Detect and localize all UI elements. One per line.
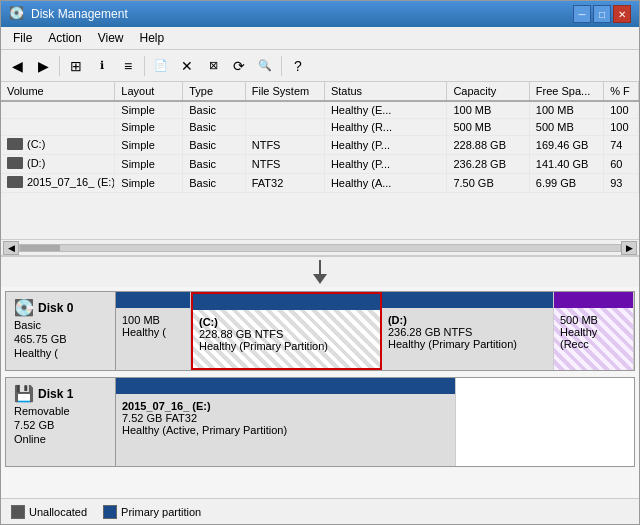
arrow-indicator (1, 257, 639, 287)
disk-0-partition-recovery[interactable]: 500 MB Healthy (Recc (554, 292, 634, 370)
scrollbar-track[interactable] (19, 244, 621, 252)
properties-button[interactable]: ℹ (90, 54, 114, 78)
cell-type: Basic (183, 119, 246, 136)
cell-freespace: 6.99 GB (529, 174, 603, 193)
cell-freespace: 500 MB (529, 119, 603, 136)
close-button[interactable]: ✕ (613, 5, 631, 23)
legend-unallocated-box (11, 505, 25, 519)
main-content: Volume Layout Type File System Status Ca… (1, 82, 639, 524)
table-row[interactable]: (D:) Simple Basic NTFS Healthy (P... 236… (1, 155, 639, 174)
menu-view[interactable]: View (90, 29, 132, 47)
cell-capacity: 500 MB (447, 119, 529, 136)
cell-layout: Simple (115, 174, 183, 193)
title-buttons: ─ □ ✕ (573, 5, 631, 23)
cell-volume: (C:) (1, 136, 115, 155)
disk-1-size: 7.52 GB (14, 419, 107, 431)
col-header-layout[interactable]: Layout (115, 82, 183, 101)
disk-0-pr-size: 500 MB (560, 314, 627, 326)
cell-freespace: 169.46 GB (529, 136, 603, 155)
help-button[interactable]: ? (286, 54, 310, 78)
disk-0-partitions: 100 MB Healthy ( (C:) 228.88 GB NTFS Hea… (116, 292, 634, 370)
col-header-type[interactable]: Type (183, 82, 246, 101)
new-volume-button[interactable]: 📄 (149, 54, 173, 78)
disk-0-p1-content: 100 MB Healthy ( (122, 314, 184, 338)
disk-0-p1-status: Healthy ( (122, 326, 184, 338)
legend-unallocated-label: Unallocated (29, 506, 87, 518)
disk-0-pc-content: (C:) 228.88 GB NTFS Healthy (Primary Par… (199, 316, 374, 352)
cell-pct: 100 (604, 101, 639, 119)
table-row[interactable]: 2015_07_16_ (E:) Simple Basic FAT32 Heal… (1, 174, 639, 193)
col-header-capacity[interactable]: Capacity (447, 82, 529, 101)
col-header-status[interactable]: Status (324, 82, 447, 101)
cell-freespace: 100 MB (529, 101, 603, 119)
legend-primary-label: Primary partition (121, 506, 201, 518)
cell-layout: Simple (115, 101, 183, 119)
cell-capacity: 7.50 GB (447, 174, 529, 193)
disk-0-p1-header (116, 292, 190, 308)
menu-help[interactable]: Help (132, 29, 173, 47)
cell-pct: 100 (604, 119, 639, 136)
disk-0-pc-size: 228.88 GB NTFS (199, 328, 374, 340)
cell-type: Basic (183, 174, 246, 193)
disk-0-status: Healthy ( (14, 347, 107, 359)
col-header-pct[interactable]: % F (604, 82, 639, 101)
table-row[interactable]: Simple Basic Healthy (R... 500 MB 500 MB… (1, 119, 639, 136)
disk-1-pe-status: Healthy (Active, Primary Partition) (122, 424, 449, 436)
legend-unallocated: Unallocated (11, 505, 87, 519)
disk-0-label: 💽 Disk 0 Basic 465.75 GB Healthy ( (6, 292, 116, 370)
col-header-freespace[interactable]: Free Spa... (529, 82, 603, 101)
cell-status: Healthy (E... (324, 101, 447, 119)
cell-capacity: 100 MB (447, 101, 529, 119)
cell-type: Basic (183, 136, 246, 155)
table-row[interactable]: Simple Basic Healthy (E... 100 MB 100 MB… (1, 101, 639, 119)
disk-0-pr-header (554, 292, 633, 308)
disk-0-partition-c[interactable]: (C:) 228.88 GB NTFS Healthy (Primary Par… (191, 292, 382, 370)
refresh-button[interactable]: ⟳ (227, 54, 251, 78)
cell-status: Healthy (P... (324, 155, 447, 174)
disk-0-row: 💽 Disk 0 Basic 465.75 GB Healthy ( 100 M… (5, 291, 635, 371)
cell-freespace: 141.40 GB (529, 155, 603, 174)
disk-0-partition-1[interactable]: 100 MB Healthy ( (116, 292, 191, 370)
disk-management-window: 💽 Disk Management ─ □ ✕ File Action View… (0, 0, 640, 525)
disk-0-partition-d[interactable]: (D:) 236.28 GB NTFS Healthy (Primary Par… (382, 292, 554, 370)
cell-volume: (D:) (1, 155, 115, 174)
disk-0-pd-name: (D:) (388, 314, 547, 326)
disk-1-partition-e[interactable]: 2015_07_16_ (E:) 7.52 GB FAT32 Healthy (… (116, 378, 456, 466)
forward-button[interactable]: ▶ (31, 54, 55, 78)
separator-1 (59, 56, 60, 76)
disk-0-pr-content: 500 MB Healthy (Recc (560, 314, 627, 350)
col-header-fs[interactable]: File System (245, 82, 324, 101)
disk-1-row: 💾 Disk 1 Removable 7.52 GB Online 2015_0… (5, 377, 635, 467)
disk-1-icon: 💾 (14, 384, 34, 403)
disk-1-partitions: 2015_07_16_ (E:) 7.52 GB FAT32 Healthy (… (116, 378, 634, 466)
menu-action[interactable]: Action (40, 29, 89, 47)
col-header-volume[interactable]: Volume (1, 82, 115, 101)
horizontal-scrollbar[interactable]: ◀ ▶ (1, 239, 639, 255)
volume-table: Volume Layout Type File System Status Ca… (1, 82, 639, 193)
cell-volume (1, 119, 115, 136)
cell-type: Basic (183, 101, 246, 119)
list-button[interactable]: ≡ (116, 54, 140, 78)
maximize-button[interactable]: □ (593, 5, 611, 23)
menu-file[interactable]: File (5, 29, 40, 47)
toolbar: ◀ ▶ ⊞ ℹ ≡ 📄 ✕ ⊠ ⟳ 🔍 ? (1, 50, 639, 82)
cell-fs: NTFS (245, 155, 324, 174)
format-button[interactable]: ⊠ (201, 54, 225, 78)
cell-pct: 74 (604, 136, 639, 155)
back-button[interactable]: ◀ (5, 54, 29, 78)
find-button[interactable]: 🔍 (253, 54, 277, 78)
scrollbar-right-btn[interactable]: ▶ (621, 241, 637, 255)
volume-table-area: Volume Layout Type File System Status Ca… (1, 82, 639, 257)
cell-fs (245, 119, 324, 136)
table-row[interactable]: (C:) Simple Basic NTFS Healthy (P... 228… (1, 136, 639, 155)
scrollbar-left-btn[interactable]: ◀ (3, 241, 19, 255)
disks-area[interactable]: 💽 Disk 0 Basic 465.75 GB Healthy ( 100 M… (1, 287, 639, 498)
arrow-line (319, 260, 321, 274)
cell-volume (1, 101, 115, 119)
minimize-button[interactable]: ─ (573, 5, 591, 23)
browse-button[interactable]: ⊞ (64, 54, 88, 78)
cell-fs: NTFS (245, 136, 324, 155)
delete-button[interactable]: ✕ (175, 54, 199, 78)
cell-status: Healthy (R... (324, 119, 447, 136)
table-scroll[interactable]: Volume Layout Type File System Status Ca… (1, 82, 639, 239)
